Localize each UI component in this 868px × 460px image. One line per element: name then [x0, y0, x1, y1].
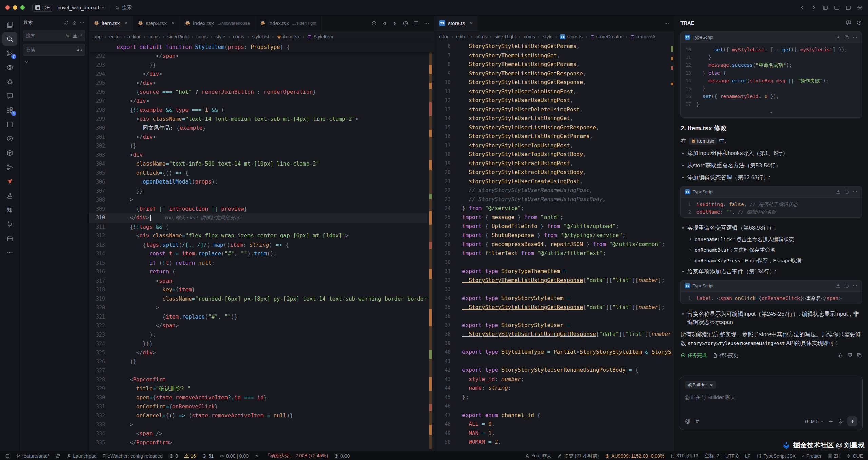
code-line-321[interactable]: 321 {item.replace("#", "")}: [89, 312, 434, 322]
activity-package-manager[interactable]: [2, 231, 17, 245]
activity-preview[interactable]: [2, 60, 17, 74]
code-line-42[interactable]: 42export type StoryStoryStyleUserRenameU…: [434, 366, 674, 375]
code-line-329[interactable]: 329 title="确认删除? ": [89, 384, 434, 394]
next-change-icon[interactable]: [392, 21, 398, 26]
refresh-icon[interactable]: [64, 20, 69, 25]
hash-button[interactable]: #: [696, 418, 699, 424]
status-problems-warnings[interactable]: 16: [181, 452, 199, 460]
insert-code-icon[interactable]: [836, 35, 841, 40]
code-line-32[interactable]: 32 StoryStoryThemeListUsingGetResponse["…: [434, 276, 674, 285]
activity-containers[interactable]: [2, 146, 17, 160]
code-line-293[interactable]: 293 )}: [89, 61, 434, 70]
activity-deploy[interactable]: [2, 174, 17, 188]
status-ticker-value[interactable]: 0.00: [331, 452, 353, 460]
status-blame-author[interactable]: You, 昨天: [522, 452, 554, 460]
code-line-319[interactable]: 319 className="rounded-[6px] px-[8px] py…: [89, 294, 434, 304]
close-window-button[interactable]: [5, 5, 10, 10]
thumbs-down-icon[interactable]: [847, 353, 852, 358]
code-line-11[interactable]: 11 storyStoryStyleUserJoinUsingPost,: [434, 87, 674, 96]
status-speed-meter[interactable]: 0.00 | 0.00: [217, 452, 252, 460]
code-line-20[interactable]: 20 StoryStoryStyleExtractUsingPostBody,: [434, 168, 674, 177]
status-launchpad[interactable]: Launchpad: [63, 452, 99, 460]
code-line-6[interactable]: 6 StoryStoryStyleListUsingGetParams,: [434, 42, 674, 51]
status-gold-ticker[interactable]: AU9999: 1152.00 -0.08%: [602, 452, 667, 460]
code-line-311[interactable]: 311 {!!tags && (: [89, 223, 434, 232]
status-app-indicator[interactable]: [2, 452, 13, 460]
activity-run-view[interactable]: [2, 132, 17, 146]
code-line-38[interactable]: 38 StoryStoryStyleUserListUsingGetRespon…: [434, 330, 674, 339]
code-line-299[interactable]: 299 <div className="text-14 font-medium …: [89, 115, 434, 124]
code-editor[interactable]: 292 </span>293 )}294 </div>295 </div>296…: [89, 52, 434, 447]
breadcrumb-item[interactable]: editor: [109, 34, 121, 39]
code-line-23[interactable]: 23 // StoryStoryStyleUserRenameUsingPost…: [434, 195, 674, 204]
code-line-29[interactable]: 29import filterText from "@/utils/filter…: [434, 249, 674, 258]
file-chip[interactable]: item.tsx: [689, 138, 717, 145]
code-line-36[interactable]: 36: [434, 312, 674, 321]
code-line-41[interactable]: 41: [434, 357, 674, 366]
code-line-12[interactable]: 12 storyStoryStyleUserUseUsingPost,: [434, 96, 674, 105]
close-tab-icon[interactable]: ×: [171, 20, 175, 26]
breadcrumb-item[interactable]: coms: [148, 34, 159, 39]
copy-code-icon[interactable]: [844, 283, 849, 288]
attach-button[interactable]: [828, 419, 833, 424]
breadcrumb-item[interactable]: app: [94, 34, 101, 39]
code-editor[interactable]: 6 StoryStoryStyleListUsingGetParams,7 st…: [434, 42, 674, 447]
tab-index.tsx[interactable]: index.tsx.../siderRight: [255, 16, 322, 31]
code-line-315[interactable]: 315 if (!t) return null;: [89, 258, 434, 268]
code-line-28[interactable]: 28import { decompressBase64, repairJSON …: [434, 240, 674, 249]
close-tab-icon[interactable]: ×: [124, 20, 127, 26]
code-line-320[interactable]: 320 >: [89, 303, 434, 312]
breadcrumb-item[interactable]: StyleItem: [307, 34, 333, 39]
copy-response-icon[interactable]: [857, 353, 862, 358]
more-actions-icon[interactable]: [424, 21, 429, 26]
code-line-30[interactable]: 30: [434, 258, 674, 267]
activity-extensions[interactable]: 4: [2, 103, 17, 117]
status-cue-assistant[interactable]: CUE: [843, 452, 866, 460]
code-line-19[interactable]: 19 storyStoryStyleExtractUsingPost,: [434, 159, 674, 168]
code-line-43[interactable]: 43 style_id: number;: [434, 375, 674, 384]
status-last-commit[interactable]: 提交 (21 小时前): [554, 452, 602, 460]
code-line-314[interactable]: 314 const t = item.replace("#", "").trim…: [89, 249, 434, 258]
code-line-9[interactable]: 9 StoryStoryThemeListUsingGetResponse,: [434, 69, 674, 78]
code-line-304[interactable]: 304 className="text-info-500 text-14 mt-…: [89, 159, 434, 169]
match-case-toggle[interactable]: Aa: [65, 34, 70, 38]
settings-gear-icon[interactable]: [857, 5, 863, 11]
code-changes-link[interactable]: 代码变更: [713, 352, 738, 359]
code-line-330[interactable]: 330 open={state.removeActiveItem?.id ===…: [89, 393, 434, 402]
status-filewatcher[interactable]: FileWatcher: config reloaded: [99, 452, 166, 460]
more-actions-icon[interactable]: [80, 20, 84, 25]
code-line-295[interactable]: 295 </div>: [89, 79, 434, 88]
insert-code-icon[interactable]: [836, 189, 841, 194]
code-line-37[interactable]: 37export type StoryStoryStyleUser =: [434, 321, 674, 330]
status-problems-errors[interactable]: 0: [166, 452, 181, 460]
mic-button[interactable]: [838, 419, 843, 424]
status-pulse-indicator[interactable]: [252, 452, 262, 460]
chat-transcript[interactable]: TS TypeScript 10 set({ myStyleList: [...…: [674, 30, 868, 375]
breadcrumb-item[interactable]: item.tsx: [277, 34, 299, 39]
history-icon[interactable]: [856, 20, 862, 25]
code-line-40[interactable]: 40export type StyleItemType = Partial<St…: [434, 348, 674, 357]
collapse-code-icon[interactable]: [681, 110, 862, 117]
code-line-307[interactable]: 307 }}: [89, 187, 434, 196]
code-line-298[interactable]: 298 {!!example && type === 1 && (: [89, 106, 434, 115]
status-language-mode[interactable]: {}TypeScript JSX: [753, 452, 799, 460]
code-line-17[interactable]: 17 storyStoryStyleUserTopUsingPost,: [434, 141, 674, 150]
activity-search[interactable]: [2, 32, 17, 46]
code-line-48[interactable]: 48 ALL = 0,: [434, 420, 674, 429]
activity-zhi-plugin[interactable]: 知: [2, 203, 17, 217]
code-line-21[interactable]: 21 storyStoryStyleUserCreateUsingPost,: [434, 177, 674, 186]
code-line-35[interactable]: 35 StoryStoryStyleListUsingGetResponse["…: [434, 303, 674, 312]
code-line-313[interactable]: 313 {tags.split(/[,、/]/).map((item: stri…: [89, 241, 434, 250]
code-line-316[interactable]: 316 return (: [89, 267, 434, 276]
breadcrumb-item[interactable]: style: [543, 34, 553, 39]
whole-word-toggle[interactable]: ab: [73, 34, 77, 38]
code-line-27[interactable]: 27import { ShutuResponse } from "@/typin…: [434, 231, 674, 240]
code-line-18[interactable]: 18 StoryStoryStyleUserTopUsingPostBody,: [434, 150, 674, 159]
code-line-7[interactable]: 7 storyStoryThemeListUsingGet,: [434, 51, 674, 60]
more-actions-icon[interactable]: [853, 283, 857, 288]
preserve-case-toggle[interactable]: AB: [77, 48, 82, 52]
code-line-308[interactable]: 308 >: [89, 195, 434, 205]
regex-toggle[interactable]: .*: [79, 34, 82, 38]
code-line-310[interactable]: 310 </div>You, 昨天 • feat: 调试好文风部分api: [89, 213, 434, 223]
code-line-331[interactable]: 331 onConfirm={onRemoveClick}: [89, 402, 434, 411]
